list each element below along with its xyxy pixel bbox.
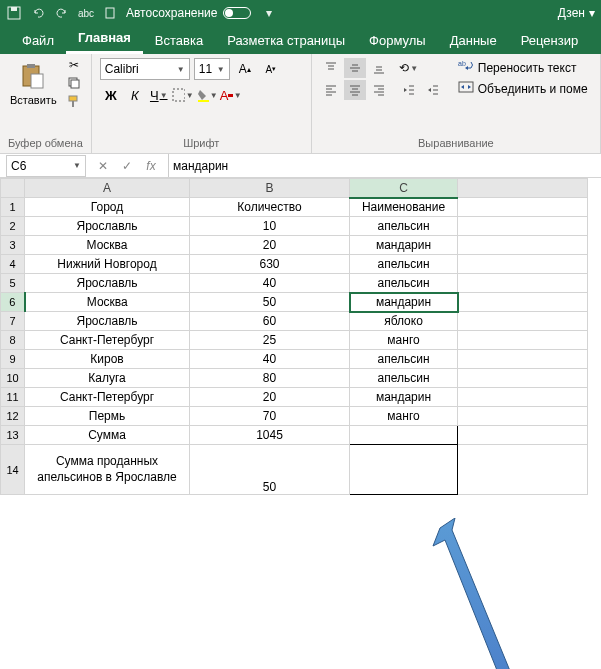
wrap-text-button[interactable]: ab Переносить текст <box>456 58 590 77</box>
increase-font-icon[interactable]: A▴ <box>234 58 256 80</box>
cell[interactable]: апельсин <box>350 350 458 369</box>
cell[interactable]: апельсин <box>350 217 458 236</box>
cell[interactable]: 10 <box>190 217 350 236</box>
touch-mode-icon[interactable] <box>102 5 118 21</box>
format-painter-icon[interactable] <box>65 94 83 108</box>
user-account[interactable]: Дзен ▾ <box>558 6 595 20</box>
grid[interactable]: A B C 1 Город Количество Наименование 2Я… <box>0 178 588 495</box>
cell[interactable] <box>458 331 588 350</box>
tab-home[interactable]: Главная <box>66 24 143 54</box>
cell[interactable]: Москва <box>25 293 190 312</box>
cell[interactable] <box>458 217 588 236</box>
cell[interactable]: 40 <box>190 274 350 293</box>
row-header[interactable]: 14 <box>1 445 25 495</box>
col-header-b[interactable]: B <box>190 179 350 198</box>
spellcheck-icon[interactable]: abc <box>78 5 94 21</box>
borders-button[interactable]: ▼ <box>172 84 194 106</box>
cell[interactable]: Санкт-Петербург <box>25 331 190 350</box>
tab-review[interactable]: Рецензир <box>509 27 591 54</box>
cell[interactable]: Пермь <box>25 407 190 426</box>
row-header[interactable]: 13 <box>1 426 25 445</box>
cell[interactable] <box>458 407 588 426</box>
row-header[interactable]: 3 <box>1 236 25 255</box>
col-header-a[interactable]: A <box>25 179 190 198</box>
active-cell[interactable]: мандарин <box>350 293 458 312</box>
qat-dropdown-icon[interactable]: ▾ <box>261 5 277 21</box>
italic-button[interactable]: К <box>124 84 146 106</box>
cell[interactable]: 60 <box>190 312 350 331</box>
cell[interactable]: Наименование <box>350 198 458 217</box>
cell[interactable]: Ярославль <box>25 217 190 236</box>
tab-file[interactable]: Файл <box>10 27 66 54</box>
cell[interactable] <box>458 350 588 369</box>
undo-icon[interactable] <box>30 5 46 21</box>
cell[interactable]: Санкт-Петербург <box>25 388 190 407</box>
align-center-icon[interactable] <box>344 80 366 100</box>
redo-icon[interactable] <box>54 5 70 21</box>
align-right-icon[interactable] <box>368 80 390 100</box>
row-header[interactable]: 6 <box>1 293 25 312</box>
formula-input[interactable]: мандарин <box>168 154 601 177</box>
increase-indent-icon[interactable] <box>422 80 444 100</box>
cell[interactable]: 50 <box>190 293 350 312</box>
cell[interactable]: апельсин <box>350 255 458 274</box>
align-bottom-icon[interactable] <box>368 58 390 78</box>
cancel-formula-icon[interactable]: ✕ <box>94 159 112 173</box>
decrease-font-icon[interactable]: A▾ <box>260 58 282 80</box>
row-header[interactable]: 12 <box>1 407 25 426</box>
row-header[interactable]: 8 <box>1 331 25 350</box>
fill-color-button[interactable]: ▼ <box>196 84 218 106</box>
cell[interactable]: Сумма <box>25 426 190 445</box>
tab-page-layout[interactable]: Разметка страницы <box>215 27 357 54</box>
cell[interactable]: 630 <box>190 255 350 274</box>
paste-button[interactable]: Вставить <box>8 58 59 108</box>
row-header[interactable]: 10 <box>1 369 25 388</box>
cell[interactable]: Сумма проданныхапельсинов в Ярославле <box>25 445 190 495</box>
align-left-icon[interactable] <box>320 80 342 100</box>
row-header[interactable]: 5 <box>1 274 25 293</box>
tab-insert[interactable]: Вставка <box>143 27 215 54</box>
tab-formulas[interactable]: Формулы <box>357 27 438 54</box>
copy-icon[interactable] <box>65 76 83 90</box>
cell[interactable] <box>458 312 588 331</box>
cell[interactable] <box>458 236 588 255</box>
cell[interactable]: манго <box>350 407 458 426</box>
cell[interactable]: Москва <box>25 236 190 255</box>
cell[interactable]: Количество <box>190 198 350 217</box>
cell[interactable]: апельсин <box>350 369 458 388</box>
cell[interactable] <box>458 445 588 495</box>
cell[interactable]: мандарин <box>350 236 458 255</box>
cell[interactable]: 20 <box>190 236 350 255</box>
row-header[interactable]: 11 <box>1 388 25 407</box>
orientation-icon[interactable]: ⟲▼ <box>398 58 420 78</box>
cell[interactable]: Город <box>25 198 190 217</box>
row-header[interactable]: 1 <box>1 198 25 217</box>
cell[interactable]: 25 <box>190 331 350 350</box>
name-box[interactable]: C6▼ <box>6 155 86 177</box>
cell[interactable]: Ярославль <box>25 274 190 293</box>
cell[interactable] <box>458 255 588 274</box>
align-top-icon[interactable] <box>320 58 342 78</box>
row-header[interactable]: 2 <box>1 217 25 236</box>
row-header[interactable]: 9 <box>1 350 25 369</box>
cell[interactable]: Ярославль <box>25 312 190 331</box>
align-middle-icon[interactable] <box>344 58 366 78</box>
underline-button[interactable]: Ч▼ <box>148 84 170 106</box>
cell[interactable]: 70 <box>190 407 350 426</box>
accept-formula-icon[interactable]: ✓ <box>118 159 136 173</box>
worksheet[interactable]: A B C 1 Город Количество Наименование 2Я… <box>0 178 601 669</box>
font-color-button[interactable]: A▼ <box>220 84 242 106</box>
col-header-d[interactable] <box>458 179 588 198</box>
cell[interactable]: Киров <box>25 350 190 369</box>
toggle-off-icon[interactable] <box>223 7 251 19</box>
row-header[interactable]: 7 <box>1 312 25 331</box>
cell[interactable] <box>458 198 588 217</box>
autosave-toggle[interactable]: Автосохранение <box>126 6 251 20</box>
cell[interactable]: манго <box>350 331 458 350</box>
cell[interactable]: 50 <box>190 445 350 495</box>
cell[interactable] <box>458 426 588 445</box>
cell[interactable]: 80 <box>190 369 350 388</box>
cell[interactable]: апельсин <box>350 274 458 293</box>
cell[interactable] <box>350 445 458 495</box>
cell[interactable] <box>458 388 588 407</box>
